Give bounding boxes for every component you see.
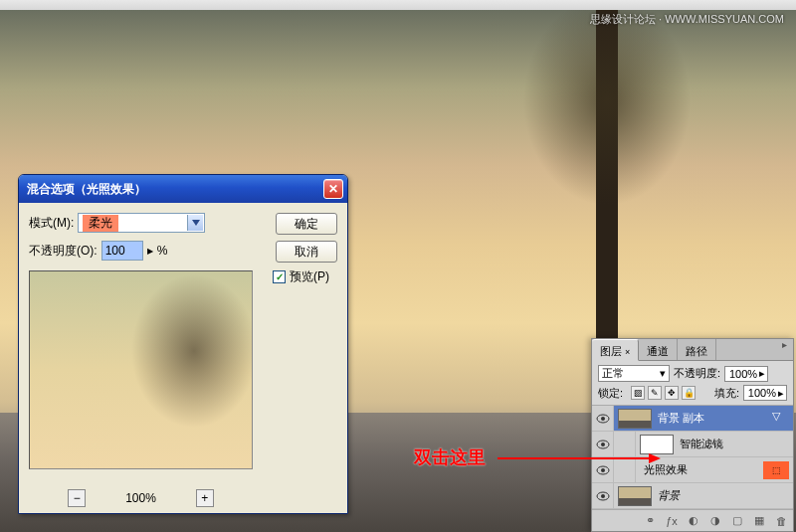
panel-opacity-input[interactable]: 100%▸ xyxy=(724,366,768,382)
mode-label: 模式(M): xyxy=(29,215,74,232)
zoom-value: 100% xyxy=(125,491,156,505)
blend-options-dialog: 混合选项（光照效果） ✕ 模式(M): 柔光 不透明度(O): 100 ▶ % … xyxy=(18,174,348,514)
mode-select[interactable]: 柔光 xyxy=(78,213,205,233)
tab-paths[interactable]: 路径 xyxy=(678,339,716,360)
lock-position-icon[interactable]: ✥ xyxy=(665,386,679,400)
preview-box[interactable] xyxy=(29,270,253,469)
layer-thumbnail xyxy=(618,409,652,429)
layer-mask-icon[interactable]: ◐ xyxy=(686,514,701,528)
filter-blend-icon[interactable]: ⬚ xyxy=(763,461,789,479)
layer-row-bg-copy[interactable]: 背景 副本 ▽ xyxy=(592,406,793,432)
preview-tree xyxy=(93,271,253,469)
zoom-in-button[interactable]: + xyxy=(196,489,214,507)
layer-name: 背景 xyxy=(656,488,793,503)
lock-icons-group: ▨ ✎ ✥ 🔒 xyxy=(631,386,696,400)
indent-spacer xyxy=(614,457,636,482)
adjustment-layer-icon[interactable]: ◑ xyxy=(707,514,723,528)
opacity-input[interactable]: 100 xyxy=(101,241,143,261)
layer-name: 背景 副本 xyxy=(656,411,763,426)
annotation-arrow-icon xyxy=(498,457,659,459)
opacity-label: 不透明度(O): xyxy=(29,243,98,260)
preview-label: 预览(P) xyxy=(290,268,329,285)
visibility-toggle[interactable] xyxy=(592,483,614,508)
layer-name: 光照效果 xyxy=(636,462,763,477)
panel-menu-icon[interactable]: ▸ xyxy=(776,339,793,360)
lock-all-icon[interactable]: 🔒 xyxy=(682,386,696,400)
preview-checkbox[interactable]: ✓ xyxy=(273,270,286,283)
panel-footer: ⚭ ƒx ◐ ◑ ▢ ▦ 🗑 xyxy=(592,509,793,531)
delete-layer-icon[interactable]: 🗑 xyxy=(773,514,789,528)
annotation-text: 双击这里 xyxy=(414,445,486,469)
dialog-title: 混合选项（光照效果） xyxy=(27,181,323,198)
panel-tabs: 图层× 通道 路径 ▸ xyxy=(592,339,793,361)
group-icon[interactable]: ▢ xyxy=(729,514,745,528)
tab-channels[interactable]: 通道 xyxy=(639,339,678,360)
lock-label: 锁定: xyxy=(598,386,623,401)
watermark-text: 思缘设计论坛 · WWW.MISSYUAN.COM xyxy=(590,12,784,27)
blend-mode-select[interactable]: 正常▾ xyxy=(598,365,670,382)
svg-point-3 xyxy=(601,443,605,446)
link-layers-icon[interactable]: ⚭ xyxy=(642,514,658,528)
layer-collapse-icon[interactable]: ▽ xyxy=(763,410,789,428)
dialog-titlebar[interactable]: 混合选项（光照效果） ✕ xyxy=(19,175,347,203)
lock-paint-icon[interactable]: ✎ xyxy=(648,386,662,400)
layer-style-icon[interactable]: ƒx xyxy=(664,514,680,528)
mode-value: 柔光 xyxy=(83,215,118,232)
ok-button[interactable]: 确定 xyxy=(276,213,337,235)
opacity-arrow-icon[interactable]: ▶ xyxy=(147,247,153,256)
opacity-unit: % xyxy=(157,244,168,258)
dropdown-arrow-icon xyxy=(187,215,203,231)
fill-label: 填充: xyxy=(714,386,739,401)
tab-layers[interactable]: 图层× xyxy=(592,339,639,361)
zoom-out-button[interactable]: − xyxy=(68,489,86,507)
chevron-down-icon: ▾ xyxy=(660,367,666,380)
svg-point-5 xyxy=(601,468,605,472)
svg-point-1 xyxy=(601,417,605,421)
close-icon: ✕ xyxy=(328,182,338,196)
cancel-button[interactable]: 取消 xyxy=(276,241,337,263)
svg-point-7 xyxy=(601,494,605,498)
tree-graphic xyxy=(478,10,736,388)
visibility-toggle[interactable] xyxy=(592,406,614,431)
ruler-top xyxy=(0,0,796,10)
layer-thumbnail xyxy=(618,486,652,506)
layer-name: 智能滤镜 xyxy=(678,437,793,451)
layer-row-smart-filters[interactable]: 智能滤镜 xyxy=(592,432,793,457)
filter-mask-thumbnail xyxy=(640,435,674,454)
fill-input[interactable]: 100%▸ xyxy=(743,385,787,401)
layer-row-background[interactable]: 背景 xyxy=(592,483,793,509)
layers-panel: 图层× 通道 路径 ▸ 正常▾ 不透明度: 100%▸ 锁定: ▨ ✎ ✥ 🔒 … xyxy=(591,338,794,532)
tab-close-icon[interactable]: × xyxy=(625,347,630,357)
visibility-toggle[interactable] xyxy=(592,457,614,482)
layer-row-lighting-effect[interactable]: 光照效果 ⬚ xyxy=(592,457,793,483)
visibility-toggle[interactable] xyxy=(592,432,614,456)
new-layer-icon[interactable]: ▦ xyxy=(751,514,767,528)
panel-opacity-label: 不透明度: xyxy=(674,366,720,381)
lock-transparency-icon[interactable]: ▨ xyxy=(631,386,645,400)
close-button[interactable]: ✕ xyxy=(323,179,343,199)
indent-spacer xyxy=(614,432,636,456)
